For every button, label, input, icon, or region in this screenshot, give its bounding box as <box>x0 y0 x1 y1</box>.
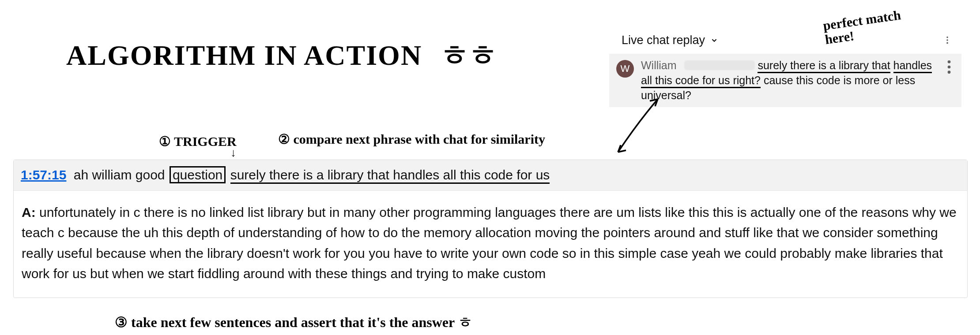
hand-title: ALGORITHM IN ACTION ㅎㅎ <box>66 36 497 74</box>
annotation-bottom: ③ take next few sentences and assert tha… <box>115 313 472 332</box>
live-chat-header: Live chat replay <box>609 26 961 54</box>
avatar[interactable]: W <box>616 60 634 78</box>
chat-message-more-button[interactable] <box>940 58 958 76</box>
hand-title-text: ALGORITHM IN ACTION <box>66 40 422 71</box>
redacted-surname <box>684 60 755 70</box>
smiley-icon: ㅎㅎ <box>441 36 497 74</box>
qa-answer: A: unfortunately in c there is no linked… <box>14 191 967 298</box>
qa-pre-text: ah william good <box>74 168 165 182</box>
live-chat-panel: Live chat replay W William surely there … <box>609 26 961 107</box>
chat-message: W William surely there is a library that… <box>609 54 961 107</box>
svg-point-2 <box>946 42 948 44</box>
chat-text-underlined-1: surely there is a library that <box>758 59 890 73</box>
timestamp-link[interactable]: 1:57:15 <box>21 168 66 182</box>
answer-body: unfortunately in c there is no linked li… <box>22 205 957 281</box>
annotation-compare: ② compare next phrase with chat for simi… <box>278 131 545 147</box>
svg-point-4 <box>948 66 951 69</box>
answer-label: A: <box>22 205 36 220</box>
matched-phrase: surely there is a library that handles a… <box>230 168 550 184</box>
chat-header-more-button[interactable] <box>939 31 956 49</box>
svg-point-5 <box>948 71 951 74</box>
live-chat-replay-toggle[interactable]: Live chat replay <box>622 34 719 47</box>
qa-question-row: 1:57:15 ah william good question surely … <box>14 160 967 191</box>
svg-point-3 <box>948 60 951 63</box>
annotation-trigger-arrow: ↓ <box>230 146 236 160</box>
avatar-initial: W <box>621 63 630 74</box>
chat-author[interactable]: William <box>641 59 677 71</box>
annotation-trigger: ① TRIGGER <box>159 134 237 149</box>
chat-message-body: William surely there is a library that h… <box>641 58 933 103</box>
chevron-down-icon <box>709 35 719 45</box>
trigger-word-box: question <box>170 166 226 183</box>
svg-point-0 <box>946 37 948 38</box>
more-vert-icon <box>940 58 958 76</box>
live-chat-title: Live chat replay <box>622 34 705 47</box>
svg-point-1 <box>946 39 948 41</box>
more-vert-icon <box>942 35 952 45</box>
qa-panel: 1:57:15 ah william good question surely … <box>13 160 968 298</box>
